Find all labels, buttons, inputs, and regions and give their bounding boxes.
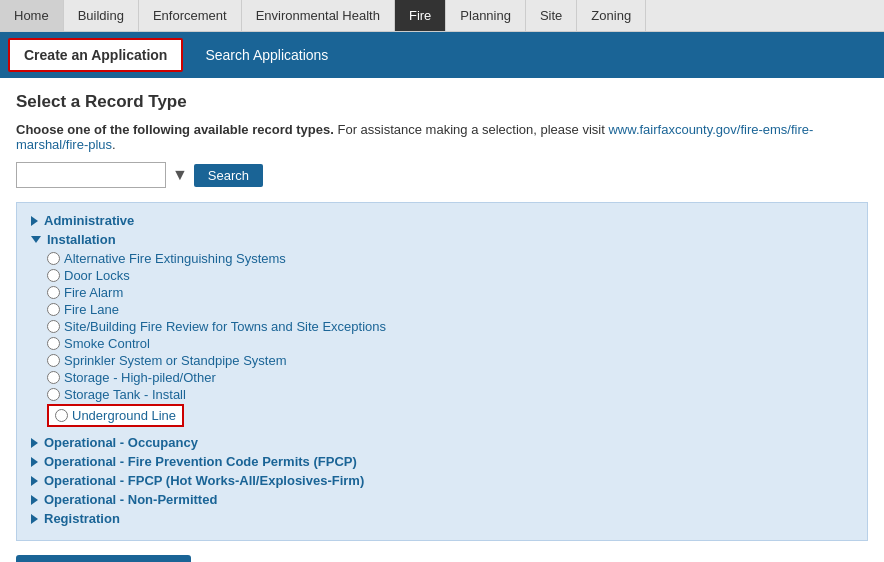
list-item: Storage - High-piled/Other	[47, 370, 853, 385]
help-text-normal: For assistance making a selection, pleas…	[337, 122, 608, 137]
radio-alt-fire[interactable]	[47, 252, 60, 265]
category-operational-occupancy-row[interactable]: Operational - Occupancy	[31, 435, 853, 450]
label-alt-fire[interactable]: Alternative Fire Extinguishing Systems	[64, 251, 286, 266]
label-fire-lane[interactable]: Fire Lane	[64, 302, 119, 317]
radio-fire-alarm[interactable]	[47, 286, 60, 299]
installation-items: Alternative Fire Extinguishing Systems D…	[47, 251, 853, 429]
label-storage-tank[interactable]: Storage Tank - Install	[64, 387, 186, 402]
category-operational-occupancy: Operational - Occupancy	[31, 435, 853, 450]
expand-operational-occupancy-icon	[31, 438, 38, 448]
category-registration-label: Registration	[44, 511, 120, 526]
collapse-installation-icon	[31, 236, 41, 243]
page-title: Select a Record Type	[16, 92, 868, 112]
search-applications-button[interactable]: Search Applications	[191, 40, 342, 70]
category-operational-fpcp-row[interactable]: Operational - Fire Prevention Code Permi…	[31, 454, 853, 469]
radio-smoke-control[interactable]	[47, 337, 60, 350]
search-button[interactable]: Search	[194, 164, 263, 187]
search-row: ▼ Search	[16, 162, 868, 188]
radio-site-building[interactable]	[47, 320, 60, 333]
category-operational-non-permitted-row[interactable]: Operational - Non-Permitted	[31, 492, 853, 507]
category-installation-label: Installation	[47, 232, 116, 247]
list-item: Alternative Fire Extinguishing Systems	[47, 251, 853, 266]
record-type-list: Administrative Installation Alternative …	[16, 202, 868, 541]
filter-icon[interactable]: ▼	[172, 166, 188, 184]
list-item: Storage Tank - Install	[47, 387, 853, 402]
label-fire-alarm[interactable]: Fire Alarm	[64, 285, 123, 300]
radio-storage-tank[interactable]	[47, 388, 60, 401]
expand-registration-icon	[31, 514, 38, 524]
main-content: Select a Record Type Choose one of the f…	[0, 78, 884, 562]
label-storage-high[interactable]: Storage - High-piled/Other	[64, 370, 216, 385]
category-operational-occupancy-label: Operational - Occupancy	[44, 435, 198, 450]
radio-underground-line[interactable]	[55, 409, 68, 422]
category-operational-hot-works-row[interactable]: Operational - FPCP (Hot Works-All/Explos…	[31, 473, 853, 488]
list-item: Fire Lane	[47, 302, 853, 317]
help-text-bold: Choose one of the following available re…	[16, 122, 334, 137]
create-application-button[interactable]: Create an Application	[8, 38, 183, 72]
list-item: Door Locks	[47, 268, 853, 283]
list-item: Sprinkler System or Standpipe System	[47, 353, 853, 368]
nav-zoning[interactable]: Zoning	[577, 0, 646, 31]
nav-fire[interactable]: Fire	[395, 0, 446, 31]
list-item: Fire Alarm	[47, 285, 853, 300]
category-administrative-row[interactable]: Administrative	[31, 213, 853, 228]
list-item: Smoke Control	[47, 336, 853, 351]
nav-home[interactable]: Home	[0, 0, 64, 31]
expand-administrative-icon	[31, 216, 38, 226]
help-text: Choose one of the following available re…	[16, 122, 868, 152]
top-navigation: Home Building Enforcement Environmental …	[0, 0, 884, 32]
label-smoke-control[interactable]: Smoke Control	[64, 336, 150, 351]
nav-environmental-health[interactable]: Environmental Health	[242, 0, 395, 31]
category-operational-fpcp-label: Operational - Fire Prevention Code Permi…	[44, 454, 357, 469]
nav-building[interactable]: Building	[64, 0, 139, 31]
radio-storage-high[interactable]	[47, 371, 60, 384]
category-operational-hot-works-label: Operational - FPCP (Hot Works-All/Explos…	[44, 473, 364, 488]
category-operational-non-permitted: Operational - Non-Permitted	[31, 492, 853, 507]
category-operational-non-permitted-label: Operational - Non-Permitted	[44, 492, 217, 507]
category-operational-hot-works: Operational - FPCP (Hot Works-All/Explos…	[31, 473, 853, 488]
category-administrative-label: Administrative	[44, 213, 134, 228]
expand-operational-non-permitted-icon	[31, 495, 38, 505]
nav-planning[interactable]: Planning	[446, 0, 526, 31]
sub-navigation: Create an Application Search Application…	[0, 32, 884, 78]
radio-door-locks[interactable]	[47, 269, 60, 282]
highlighted-underground-line: Underground Line	[47, 404, 184, 427]
search-input[interactable]	[16, 162, 166, 188]
list-item: Site/Building Fire Review for Towns and …	[47, 319, 853, 334]
nav-enforcement[interactable]: Enforcement	[139, 0, 242, 31]
category-installation-row[interactable]: Installation	[31, 232, 853, 247]
category-registration: Registration	[31, 511, 853, 526]
radio-fire-lane[interactable]	[47, 303, 60, 316]
category-registration-row[interactable]: Registration	[31, 511, 853, 526]
nav-site[interactable]: Site	[526, 0, 577, 31]
category-installation: Installation Alternative Fire Extinguish…	[31, 232, 853, 429]
expand-operational-fpcp-icon	[31, 457, 38, 467]
label-sprinkler[interactable]: Sprinkler System or Standpipe System	[64, 353, 287, 368]
label-site-building[interactable]: Site/Building Fire Review for Towns and …	[64, 319, 386, 334]
radio-sprinkler[interactable]	[47, 354, 60, 367]
label-underground-line[interactable]: Underground Line	[72, 408, 176, 423]
category-administrative: Administrative	[31, 213, 853, 228]
continue-application-button[interactable]: Continue Application »	[16, 555, 191, 562]
label-door-locks[interactable]: Door Locks	[64, 268, 130, 283]
expand-operational-hot-works-icon	[31, 476, 38, 486]
category-operational-fpcp: Operational - Fire Prevention Code Permi…	[31, 454, 853, 469]
